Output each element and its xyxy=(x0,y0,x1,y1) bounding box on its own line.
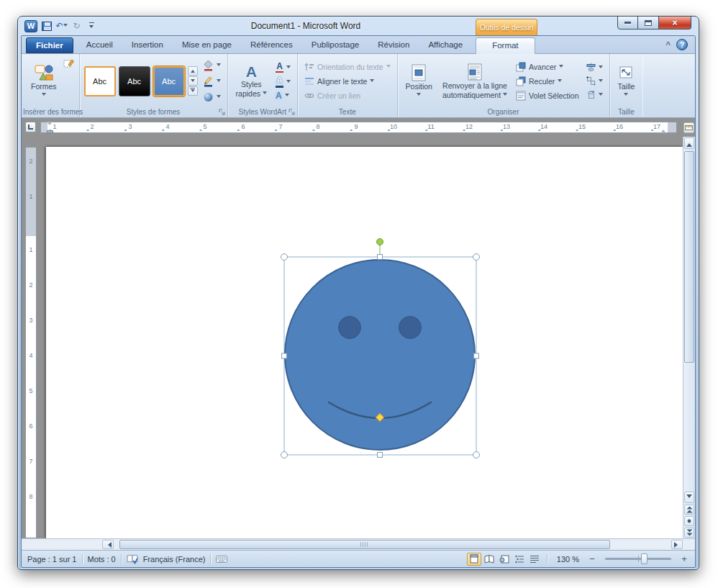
wrap-text-button[interactable]: Renvoyer à la ligne automatiquement xyxy=(439,62,511,101)
zoom-out-button[interactable]: − xyxy=(587,554,597,564)
scroll-right-button[interactable] xyxy=(671,540,683,549)
horizontal-ruler[interactable]: 1 2 3 4 5 6 7 8 9 10 11 12 13 14 15 16 1 xyxy=(40,118,683,137)
undo-button[interactable]: ↶ xyxy=(55,20,68,32)
text-orientation-button[interactable]: Orientation du texte xyxy=(302,61,393,73)
scroll-up-button[interactable] xyxy=(684,137,694,149)
outline-view-button[interactable] xyxy=(512,553,527,566)
edit-shape-icon xyxy=(63,58,75,69)
resize-handle-bottom-right[interactable] xyxy=(473,452,480,458)
collapse-ribbon-icon[interactable]: ^ xyxy=(666,40,671,49)
shape-style-swatch-3-selected[interactable]: Abc xyxy=(153,66,185,96)
tab-format-active[interactable]: Format xyxy=(476,37,535,54)
word-count[interactable]: Mots : 0 xyxy=(88,555,116,564)
text-effects-button[interactable]: A xyxy=(273,91,293,101)
shape-fill-button[interactable] xyxy=(201,59,223,72)
language-indicator[interactable]: Français (France) xyxy=(143,555,206,564)
right-indent-marker[interactable] xyxy=(660,127,666,133)
zoom-level-button[interactable]: 130 % xyxy=(557,555,579,564)
text-fill-button[interactable]: A xyxy=(273,62,293,74)
scroll-left-button[interactable] xyxy=(102,540,114,549)
language-bar-button[interactable] xyxy=(216,555,227,564)
gallery-scroll-down-button[interactable] xyxy=(188,76,198,86)
bring-forward-button[interactable]: Avancer xyxy=(514,61,581,73)
vertical-ruler-strip[interactable]: 2 1 1 2 3 4 5 6 7 8 xyxy=(25,147,37,538)
ruler-number: 11 xyxy=(427,123,435,130)
close-button[interactable]: × xyxy=(659,16,691,30)
left-indent-marker[interactable] xyxy=(47,130,53,133)
next-page-button[interactable] xyxy=(684,528,694,538)
tab-insertion[interactable]: Insertion xyxy=(126,37,169,53)
titlebar[interactable]: W ↶ ↻ Document1 - Microsoft Word Outils … xyxy=(18,17,699,35)
minimize-button[interactable] xyxy=(617,16,638,30)
dialog-launcher-button[interactable] xyxy=(218,108,226,116)
vertical-scrollbar[interactable] xyxy=(683,137,695,538)
create-link-button[interactable]: Créer un lien xyxy=(302,90,393,101)
vertical-ruler[interactable]: 2 1 1 2 3 4 5 6 7 8 xyxy=(22,137,40,538)
select-browse-object-button[interactable] xyxy=(684,516,694,526)
help-button[interactable]: ? xyxy=(676,39,688,50)
shape-effects-button[interactable] xyxy=(201,91,223,104)
full-screen-reading-view-button[interactable] xyxy=(482,553,496,566)
vertical-scroll-thumb[interactable] xyxy=(684,151,694,363)
resize-handle-bottom-left[interactable] xyxy=(281,452,288,458)
shapes-button[interactable]: Formes xyxy=(27,63,60,99)
undo-dropdown-arrow-icon[interactable] xyxy=(63,24,68,29)
shape-style-swatch-2[interactable]: Abc xyxy=(119,66,150,96)
resize-handle-top-left[interactable] xyxy=(281,254,288,261)
maximize-button[interactable] xyxy=(638,16,659,30)
horizontal-scroll-track[interactable] xyxy=(114,539,671,550)
vertical-scroll-track[interactable] xyxy=(684,150,694,491)
selection-pane-button[interactable]: Volet Sélection xyxy=(514,90,581,101)
gallery-more-button[interactable] xyxy=(188,86,198,96)
resize-handle-right[interactable] xyxy=(474,353,479,358)
tab-affichage[interactable]: Affichage xyxy=(422,37,468,53)
hscroll-spacer xyxy=(22,539,102,550)
shape-outline-button[interactable] xyxy=(201,75,223,88)
dialog-launcher-button[interactable] xyxy=(288,108,296,116)
word-logo-icon[interactable]: W xyxy=(24,20,37,32)
rotation-handle[interactable] xyxy=(377,239,383,245)
customize-qat-button[interactable] xyxy=(86,20,98,32)
shape-style-swatch-1[interactable]: Abc xyxy=(84,66,116,96)
resize-handle-left[interactable] xyxy=(282,353,287,358)
redo-button[interactable]: ↻ xyxy=(71,20,83,32)
print-layout-view-button[interactable] xyxy=(467,553,481,566)
view-ruler-toggle-button[interactable] xyxy=(683,122,694,133)
web-layout-view-button[interactable] xyxy=(497,553,512,566)
group-objects-button[interactable] xyxy=(584,76,605,86)
resize-handle-top[interactable] xyxy=(378,255,383,260)
tab-fichier[interactable]: Fichier xyxy=(26,37,73,53)
wordart-a-icon: A xyxy=(246,65,257,79)
rotate-objects-button[interactable] xyxy=(584,89,605,100)
tab-selector-button[interactable] xyxy=(25,122,36,132)
tab-revision[interactable]: Révision xyxy=(372,37,415,53)
scroll-down-button[interactable] xyxy=(684,492,694,503)
horizontal-scroll-thumb[interactable] xyxy=(119,540,610,549)
size-label: Taille xyxy=(618,83,635,91)
text-outline-button[interactable]: A xyxy=(273,76,293,89)
size-button[interactable]: Taille xyxy=(614,63,639,99)
send-backward-button[interactable]: Reculer xyxy=(514,76,581,87)
zoom-slider[interactable] xyxy=(605,558,671,560)
zoom-slider-thumb[interactable] xyxy=(641,553,647,564)
tab-accueil[interactable]: Accueil xyxy=(81,37,119,53)
resize-handle-bottom[interactable] xyxy=(378,453,383,458)
tab-references[interactable]: Références xyxy=(245,37,299,53)
tab-publipostage[interactable]: Publipostage xyxy=(306,37,365,53)
group-styles-wordart: A Styles rapides A A xyxy=(228,54,298,117)
gallery-scroll-up-button[interactable] xyxy=(188,66,198,76)
resize-handle-top-right[interactable] xyxy=(473,254,480,261)
align-objects-button[interactable] xyxy=(584,62,605,73)
previous-page-button[interactable] xyxy=(684,505,694,515)
proofing-status-button[interactable] xyxy=(127,554,138,564)
edit-shape-button[interactable] xyxy=(63,58,75,72)
position-button[interactable]: Position xyxy=(402,63,436,99)
align-text-button[interactable]: Aligner le texte xyxy=(302,76,393,87)
wordart-quick-styles-button[interactable]: A Styles rapides xyxy=(232,63,271,99)
page-indicator[interactable]: Page : 1 sur 1 xyxy=(27,555,77,564)
zoom-in-button[interactable]: + xyxy=(679,554,689,564)
draft-view-button[interactable] xyxy=(527,553,542,566)
save-button[interactable] xyxy=(40,20,53,32)
ruler-strip[interactable]: 1 2 3 4 5 6 7 8 9 10 11 12 13 14 15 16 1 xyxy=(40,122,677,133)
tab-mise-en-page[interactable]: Mise en page xyxy=(176,37,237,53)
